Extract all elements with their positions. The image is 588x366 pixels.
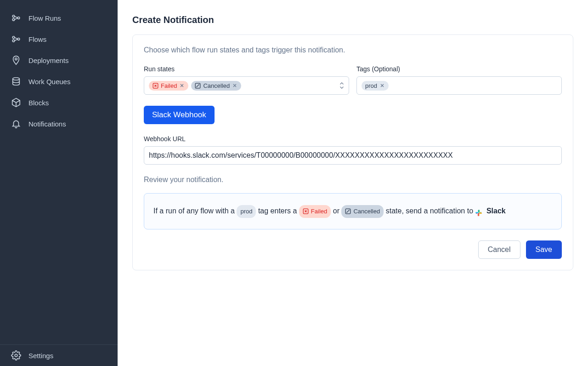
svg-point-7 [13, 78, 20, 80]
cancelled-icon [345, 208, 351, 214]
tag-chip-prod: prod [362, 81, 389, 91]
form-actions: Cancel Save [144, 240, 562, 259]
chip-label: Cancelled [353, 206, 380, 217]
review-tag-chip: prod [237, 205, 256, 218]
work-queues-icon [11, 76, 21, 86]
sidebar-label: Settings [28, 352, 53, 360]
svg-point-1 [12, 18, 15, 21]
review-state-chip-failed: Failed [299, 205, 331, 218]
deployments-icon [11, 55, 21, 65]
svg-point-5 [17, 38, 20, 40]
form-description: Choose which flow run states and tags tr… [144, 46, 562, 54]
chip-remove-icon[interactable] [232, 83, 237, 88]
webhook-url-input[interactable] [144, 146, 562, 165]
state-chip-failed: Failed [149, 81, 188, 91]
svg-point-3 [12, 36, 15, 39]
state-chip-cancelled: Cancelled [191, 81, 241, 91]
sidebar-item-work-queues[interactable]: Work Queues [0, 71, 118, 92]
webhook-url-field: Webhook URL [144, 135, 562, 165]
review-text: tag enters a [258, 207, 299, 215]
chip-remove-icon[interactable] [179, 83, 185, 88]
svg-point-6 [15, 58, 17, 60]
block-type-selected[interactable]: Slack Webhook [144, 106, 215, 124]
chip-label: prod [365, 82, 377, 89]
cancelled-icon [195, 83, 201, 89]
cancel-button[interactable]: Cancel [478, 240, 520, 259]
review-target: Slack [486, 207, 506, 215]
failed-icon [153, 83, 158, 89]
main-content: Create Notification Choose which flow ru… [118, 0, 588, 366]
failed-icon [303, 208, 309, 214]
blocks-icon [11, 97, 21, 108]
review-label: Review your notification. [144, 176, 562, 184]
sidebar-item-settings[interactable]: Settings [0, 345, 118, 366]
chevron-up-down-icon [339, 81, 345, 90]
sidebar-label: Work Queues [28, 78, 70, 86]
sidebar: Flow Runs Flows Deployments Work Queues … [0, 0, 118, 366]
review-summary: If a run of any flow with a prod tag ent… [144, 193, 562, 229]
svg-point-0 [12, 15, 15, 17]
run-states-select[interactable]: Failed Cancelled [144, 76, 349, 95]
tags-input[interactable]: prod [356, 76, 562, 95]
svg-point-8 [15, 354, 17, 357]
sidebar-label: Notifications [28, 120, 66, 128]
review-state-chip-cancelled: Cancelled [341, 205, 384, 218]
save-button[interactable]: Save [526, 240, 562, 259]
sidebar-item-blocks[interactable]: Blocks [0, 92, 118, 113]
tags-label: Tags (Optional) [356, 65, 562, 73]
notification-form-card: Choose which flow run states and tags tr… [132, 34, 573, 270]
chip-remove-icon[interactable] [379, 83, 385, 88]
svg-point-4 [12, 40, 15, 42]
chip-label: Failed [161, 82, 177, 89]
svg-point-2 [17, 17, 20, 19]
sidebar-label: Flows [28, 35, 46, 43]
run-states-label: Run states [144, 65, 349, 73]
webhook-url-label: Webhook URL [144, 135, 562, 143]
flow-runs-icon [11, 13, 21, 23]
sidebar-item-flow-runs[interactable]: Flow Runs [0, 7, 118, 29]
notifications-icon [11, 119, 21, 129]
sidebar-label: Flow Runs [28, 14, 61, 22]
chip-label: Failed [311, 206, 327, 217]
sidebar-label: Deployments [28, 57, 69, 64]
sidebar-item-notifications[interactable]: Notifications [0, 113, 118, 134]
chip-label: Cancelled [203, 82, 230, 89]
settings-icon [11, 350, 21, 360]
tags-field: Tags (Optional) prod [356, 65, 562, 95]
slack-icon [475, 208, 482, 215]
sidebar-label: Blocks [28, 99, 49, 107]
sidebar-item-flows[interactable]: Flows [0, 29, 118, 50]
review-text: If a run of any flow with a [153, 207, 237, 215]
review-text: state, send a notification to [386, 207, 475, 215]
run-states-field: Run states Failed Cancelled [144, 65, 349, 95]
flows-icon [11, 34, 21, 44]
review-text: or [333, 207, 342, 215]
page-title: Create Notification [132, 15, 573, 25]
sidebar-item-deployments[interactable]: Deployments [0, 50, 118, 71]
